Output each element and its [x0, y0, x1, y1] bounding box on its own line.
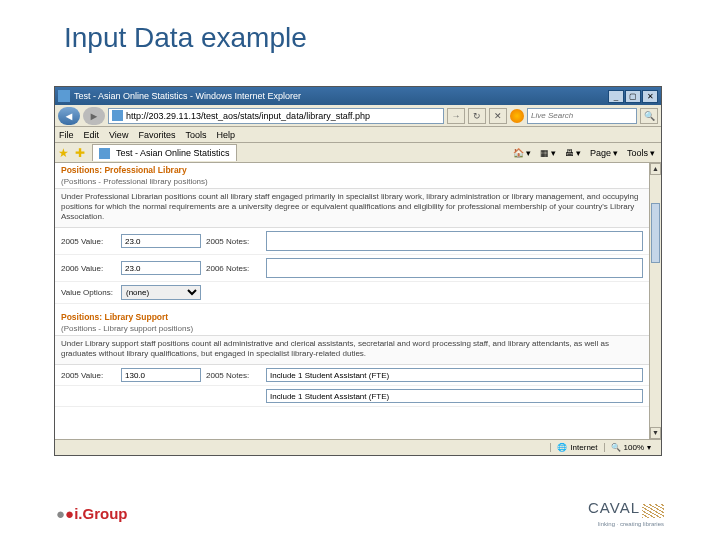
label-2006-notes: 2006 Notes:: [206, 264, 261, 273]
menu-favorites[interactable]: Favorites: [138, 130, 175, 140]
zoom-icon: 🔍: [611, 443, 621, 452]
titlebar[interactable]: Test - Asian Online Statistics - Windows…: [55, 87, 661, 105]
url-text: http://203.29.11.13/test_aos/stats/input…: [126, 109, 370, 123]
label-2005-value: 2005 Value:: [61, 237, 116, 246]
minimize-button[interactable]: _: [608, 90, 624, 103]
ie-icon: [58, 90, 70, 102]
input2-2006-notes[interactable]: [266, 389, 643, 403]
maximize-button[interactable]: ▢: [625, 90, 641, 103]
select-value-options[interactable]: (none): [121, 285, 201, 300]
logo-caval: CAVAL linking · creating libraries: [588, 499, 664, 528]
menu-help[interactable]: Help: [216, 130, 235, 140]
window-title: Test - Asian Online Statistics - Windows…: [74, 91, 608, 101]
tab-label: Test - Asian Online Statistics: [116, 148, 230, 158]
tab-active[interactable]: Test - Asian Online Statistics: [92, 144, 237, 161]
section2-desc: Under Library support staff positions co…: [55, 335, 649, 365]
input2-2005-value[interactable]: [121, 368, 201, 382]
menu-edit[interactable]: Edit: [84, 130, 100, 140]
vertical-scrollbar[interactable]: ▲ ▼: [649, 163, 661, 439]
label-value-options: Value Options:: [61, 288, 116, 297]
input-2006-value[interactable]: [121, 261, 201, 275]
rss-icon: ▦: [540, 148, 549, 158]
print-icon: 🖶: [565, 148, 574, 158]
address-bar[interactable]: http://203.29.11.13/test_aos/stats/input…: [108, 108, 444, 124]
caval-mark-icon: [642, 504, 664, 518]
favorites-icon[interactable]: ★: [58, 146, 72, 160]
menu-view[interactable]: View: [109, 130, 128, 140]
home-icon: 🏠: [513, 148, 524, 158]
print-button[interactable]: 🖶▾: [562, 148, 584, 158]
input-2005-notes[interactable]: [266, 231, 643, 251]
page-content: Positions: Professional Library (Positio…: [55, 163, 661, 439]
close-button[interactable]: ✕: [642, 90, 658, 103]
sec1-row-unit: Value Options: (none): [55, 282, 649, 304]
add-favorites-icon[interactable]: ✚: [75, 146, 89, 160]
search-provider-icon[interactable]: [510, 109, 524, 123]
section2-subheading: (Positions - Library support positions): [55, 324, 649, 335]
scroll-thumb[interactable]: [651, 203, 660, 263]
tab-page-icon: [99, 148, 110, 159]
label-2005-notes: 2005 Notes:: [206, 237, 261, 246]
nav-toolbar: ◄ ► http://203.29.11.13/test_aos/stats/i…: [55, 105, 661, 127]
page-icon: [112, 110, 123, 121]
scroll-down-button[interactable]: ▼: [650, 427, 661, 439]
sec2-row-2005: 2005 Value: 2005 Notes:: [55, 365, 649, 386]
menu-tools[interactable]: Tools: [185, 130, 206, 140]
zoom-control[interactable]: 🔍 100% ▾: [604, 443, 657, 452]
zoom-value: 100%: [624, 443, 644, 452]
section1-desc: Under Professional Librarian positions c…: [55, 188, 649, 228]
label-2006-value: 2006 Value:: [61, 264, 116, 273]
input2-2005-notes[interactable]: [266, 368, 643, 382]
label2-2005-value: 2005 Value:: [61, 371, 116, 380]
stop-button[interactable]: ✕: [489, 108, 507, 124]
page-menu[interactable]: Page ▾: [587, 148, 621, 158]
home-button[interactable]: 🏠▾: [510, 148, 534, 158]
tab-toolbar: ★ ✚ Test - Asian Online Statistics 🏠▾ ▦▾…: [55, 143, 661, 163]
zone-label: Internet: [570, 443, 597, 452]
feeds-button[interactable]: ▦▾: [537, 148, 559, 158]
slide-title: Input Data example: [0, 0, 720, 62]
tools-menu[interactable]: Tools ▾: [624, 148, 658, 158]
menu-bar: File Edit View Favorites Tools Help: [55, 127, 661, 143]
logo-igroup: ●●i.Group: [56, 505, 127, 522]
slide-footer: ●●i.Group CAVAL linking · creating libra…: [0, 499, 720, 528]
input-2006-notes[interactable]: [266, 258, 643, 278]
menu-file[interactable]: File: [59, 130, 74, 140]
refresh-button[interactable]: ↻: [468, 108, 486, 124]
scroll-up-button[interactable]: ▲: [650, 163, 661, 175]
search-input[interactable]: [527, 108, 637, 124]
status-bar: 🌐 Internet 🔍 100% ▾: [55, 439, 661, 455]
section1-subheading: (Positions - Professional library positi…: [55, 177, 649, 188]
input-2005-value[interactable]: [121, 234, 201, 248]
go-button[interactable]: →: [447, 108, 465, 124]
forward-button[interactable]: ►: [83, 107, 105, 125]
section1-heading: Positions: Professional Library: [55, 163, 649, 177]
browser-window: Test - Asian Online Statistics - Windows…: [54, 86, 662, 456]
globe-icon: 🌐: [557, 443, 567, 452]
search-go-button[interactable]: 🔍: [640, 108, 658, 124]
security-zone[interactable]: 🌐 Internet: [550, 443, 603, 452]
sec2-row-next: [55, 386, 649, 407]
label2-2005-notes: 2005 Notes:: [206, 371, 261, 380]
sec1-row-2006: 2006 Value: 2006 Notes:: [55, 255, 649, 282]
section2-heading: Positions: Library Support: [55, 310, 649, 324]
back-button[interactable]: ◄: [58, 107, 80, 125]
sec1-row-2005: 2005 Value: 2005 Notes:: [55, 228, 649, 255]
